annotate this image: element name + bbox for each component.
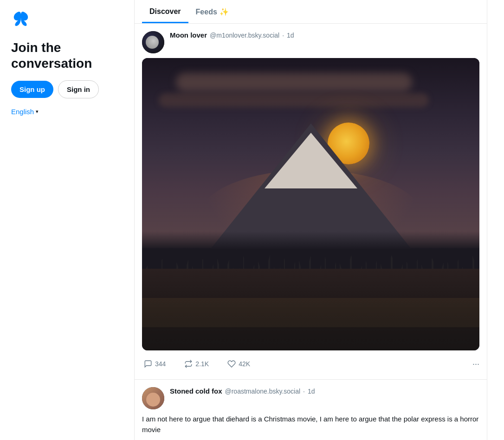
- post-meta: Moon lover @m1onlover.bsky.social · 1d: [170, 31, 294, 39]
- post-text: I am not here to argue that diehard is a…: [142, 414, 479, 435]
- post-time: 1d: [287, 32, 294, 39]
- repost-button[interactable]: 2.1K: [182, 358, 211, 370]
- author-line: Moon lover @m1onlover.bsky.social · 1d: [170, 31, 294, 39]
- post-stoned-cold-fox: Stoned cold fox @roastmalone.bsky.social…: [135, 380, 487, 440]
- chevron-down-icon: ▾: [36, 109, 39, 115]
- signup-button[interactable]: Sign up: [11, 81, 53, 98]
- avatar[interactable]: [142, 31, 164, 53]
- tab-feeds[interactable]: Feeds ✨: [188, 0, 236, 23]
- post-image[interactable]: [142, 58, 479, 350]
- like-button[interactable]: 42K: [226, 358, 252, 370]
- more-options-button[interactable]: ···: [472, 359, 479, 369]
- join-conversation-title: Join the conversation: [11, 40, 123, 71]
- separator-dot: ·: [282, 32, 284, 39]
- main-content: Discover Feeds ✨ Moon lover @m1onlover.b…: [135, 0, 487, 440]
- reply-button[interactable]: 344: [142, 358, 168, 370]
- language-label: English: [11, 108, 34, 116]
- reply-icon: [144, 360, 152, 368]
- repost-icon: [184, 360, 193, 368]
- post-header: Stoned cold fox @roastmalone.bsky.social…: [142, 387, 479, 409]
- handle: @roastmalone.bsky.social: [225, 388, 301, 395]
- post-actions: 344 2.1K 42K ···: [142, 356, 479, 372]
- sparkle-icon: ✨: [220, 7, 229, 16]
- language-selector[interactable]: English ▾: [11, 108, 123, 116]
- auth-buttons: Sign up Sign in: [11, 80, 123, 98]
- logo: [11, 9, 123, 31]
- author-line: Stoned cold fox @roastmalone.bsky.social…: [170, 387, 315, 395]
- signin-button[interactable]: Sign in: [58, 80, 99, 98]
- post-meta: Stoned cold fox @roastmalone.bsky.social…: [170, 387, 315, 395]
- tab-bar: Discover Feeds ✨: [135, 0, 487, 24]
- moon-mountain-scene: [142, 58, 479, 350]
- sidebar: Join the conversation Sign up Sign in En…: [0, 0, 135, 440]
- post-time: 1d: [308, 388, 315, 395]
- display-name: Stoned cold fox: [170, 387, 222, 395]
- post-moon-lover: Moon lover @m1onlover.bsky.social · 1d: [135, 24, 487, 380]
- avatar[interactable]: [142, 387, 164, 409]
- handle: @m1onlover.bsky.social: [210, 32, 279, 39]
- post-header: Moon lover @m1onlover.bsky.social · 1d: [142, 31, 479, 53]
- like-count: 42K: [239, 360, 250, 368]
- heart-icon: [227, 360, 236, 368]
- separator-dot: ·: [303, 388, 305, 395]
- tab-discover[interactable]: Discover: [142, 0, 188, 23]
- repost-count: 2.1K: [195, 360, 209, 368]
- reply-count: 344: [155, 360, 166, 368]
- display-name: Moon lover: [170, 31, 207, 39]
